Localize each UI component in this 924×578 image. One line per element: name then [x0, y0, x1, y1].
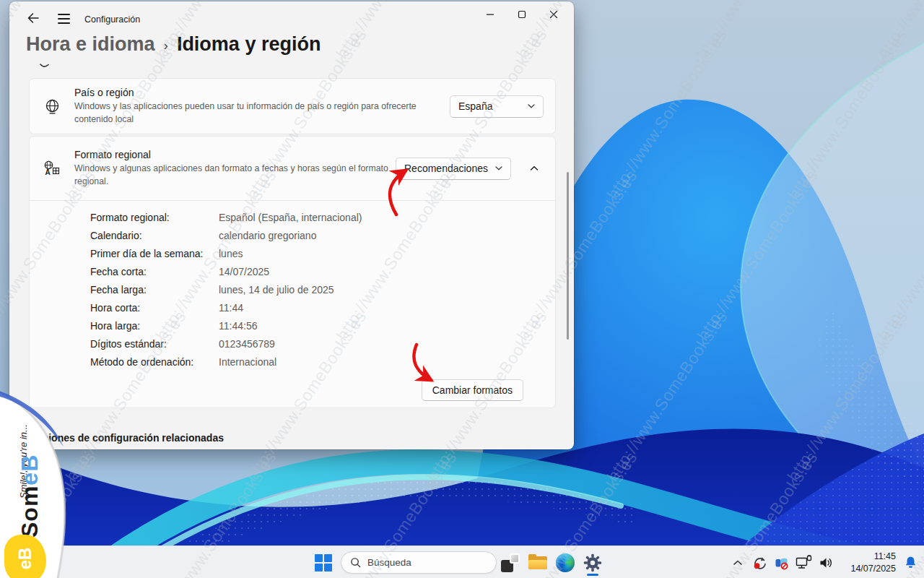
file-explorer-button[interactable] — [524, 548, 552, 577]
hamburger-icon — [58, 14, 70, 15]
chevron-up-icon — [530, 165, 539, 171]
detail-row: Método de ordenación:Internacional — [90, 353, 555, 371]
chevron-up-icon — [733, 559, 743, 566]
search-input[interactable]: Búsqueda — [341, 551, 497, 574]
close-button[interactable] — [538, 3, 570, 26]
detail-row: Dígitos estándar:0123456789 — [90, 335, 555, 353]
recorder-icon — [751, 555, 767, 571]
country-card-title: País o región — [74, 87, 450, 98]
related-settings-heading: Opciones de configuración relacionadas — [29, 432, 224, 444]
detail-row: Fecha corta:14/07/2025 — [90, 262, 555, 280]
detail-row: Fecha larga:lunes, 14 de julio de 2025 — [90, 280, 555, 298]
breadcrumb-parent[interactable]: Hora e idioma — [26, 33, 155, 56]
taskbar: Búsqueda — [0, 545, 924, 578]
tray-device-button[interactable] — [770, 548, 793, 577]
task-view-icon — [501, 553, 520, 572]
settings-app-button[interactable] — [579, 548, 606, 577]
clipped-text-fragment — [40, 64, 49, 69]
detail-row: Hora larga:11:44:56 — [90, 316, 555, 335]
svg-text:A: A — [45, 168, 51, 176]
taskbar-clock[interactable]: 11:45 14/07/2025 — [842, 551, 896, 574]
breadcrumb: Hora e idioma › Idioma y región — [26, 33, 321, 56]
minimize-button[interactable] — [474, 3, 506, 26]
hidden-icons-button[interactable] — [728, 548, 748, 577]
gear-icon — [583, 553, 602, 572]
change-formats-button[interactable]: Cambiar formatos — [422, 379, 523, 401]
breadcrumb-separator: › — [164, 38, 168, 53]
tray-volume-button[interactable] — [815, 548, 837, 577]
format-details-list: Formato regional:Español (España, intern… — [30, 201, 555, 371]
globe-icon — [43, 98, 61, 115]
windows-logo-icon — [315, 554, 332, 571]
screen: Configuración Hora e idioma › Idioma y r… — [0, 0, 924, 578]
active-app-indicator — [587, 574, 598, 576]
window-controls — [474, 3, 570, 26]
format-card-description: Windows y algunas aplicaciones dan forma… — [74, 163, 392, 188]
back-arrow-icon — [26, 11, 40, 25]
maximize-button[interactable] — [506, 3, 538, 26]
detail-row: Primer día de la semana:lunes — [90, 244, 555, 262]
clock-time: 11:45 — [842, 551, 896, 562]
format-card-title: Formato regional — [74, 149, 396, 160]
detail-row: Calendario:calendario gregoriano — [90, 226, 555, 244]
edge-icon — [556, 553, 575, 572]
start-button[interactable] — [309, 548, 338, 577]
country-region-card: País o región Windows y las aplicaciones… — [29, 78, 556, 134]
search-placeholder: Búsqueda — [367, 557, 411, 568]
collapse-section-button[interactable] — [525, 159, 544, 178]
device-blocked-icon — [774, 555, 790, 571]
minimize-icon — [486, 10, 494, 19]
task-view-button[interactable] — [497, 548, 524, 577]
close-icon — [549, 10, 558, 19]
clock-date: 14/07/2025 — [842, 563, 896, 574]
regional-format-icon: A — [43, 160, 61, 177]
detail-row: Formato regional:Español (España, intern… — [90, 208, 555, 226]
tray-network-button[interactable] — [793, 548, 815, 577]
scrollbar-thumb[interactable] — [567, 172, 569, 340]
search-icon — [350, 557, 361, 568]
network-display-icon — [796, 555, 812, 570]
window-title: Configuración — [84, 14, 140, 25]
detail-row: Hora corta:11:44 — [90, 298, 555, 316]
edge-browser-button[interactable] — [552, 548, 579, 577]
chevron-down-icon — [528, 104, 535, 108]
settings-window: Configuración Hora e idioma › Idioma y r… — [9, 1, 574, 449]
maximize-icon — [518, 10, 526, 19]
page-title: Idioma y región — [177, 33, 321, 56]
regional-format-card: A Formato regional Windows y algunas apl… — [29, 136, 556, 408]
format-dropdown-value: Recomendaciones — [404, 163, 488, 174]
chevron-down-icon — [495, 166, 502, 171]
speaker-icon — [819, 556, 834, 570]
titlebar: Configuración — [9, 1, 574, 32]
folder-icon — [528, 555, 547, 571]
country-dropdown[interactable]: España — [450, 95, 544, 118]
country-dropdown-value: España — [458, 100, 492, 112]
country-card-description: Windows y las aplicaciones pueden usar t… — [74, 100, 419, 126]
notification-center-button[interactable] — [899, 548, 921, 577]
format-dropdown[interactable]: Recomendaciones — [396, 158, 511, 180]
hamburger-menu-button[interactable] — [53, 9, 74, 28]
back-button[interactable] — [22, 9, 44, 27]
tray-recorder-button[interactable] — [748, 548, 770, 577]
notification-bell-icon — [903, 555, 918, 570]
